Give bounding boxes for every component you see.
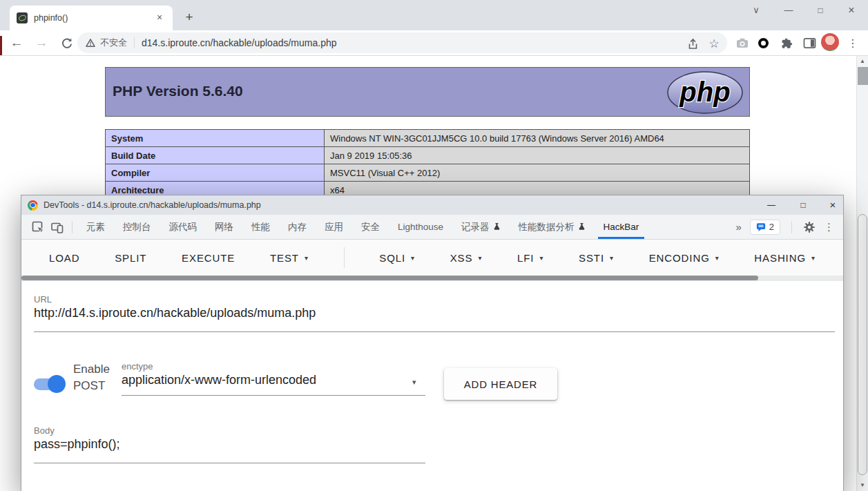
ring-extension-icon[interactable] — [754, 34, 772, 52]
tab-security[interactable]: 安全 — [352, 215, 389, 239]
share-icon[interactable] — [684, 35, 701, 52]
php-version-header: PHP Version 5.6.40 php — [105, 67, 750, 117]
dropdown-caret-icon: ▾ — [715, 254, 720, 262]
enctype-select-value[interactable]: application/x-www-form-urlencoded — [122, 373, 316, 387]
devtools-window: DevTools - d14.s.iproute.cn/hackable/upl… — [21, 195, 844, 491]
device-toolbar-icon[interactable] — [48, 218, 67, 237]
hackbar-horizontal-scrollbar[interactable] — [21, 276, 843, 281]
info-label: Compiler — [106, 164, 325, 182]
body-field-value[interactable]: pass=phpinfo(); — [34, 437, 120, 452]
php-info-table: System Windows NT WIN-3GC01JJM5CG 10.0 b… — [105, 129, 750, 199]
scroll-down-icon[interactable]: ▼ — [857, 480, 868, 491]
hackbar-lfi-menu[interactable]: LFI▾ — [517, 252, 543, 264]
browser-tab-strip: phpinfo() × + ∨ — □ × — [0, 0, 868, 30]
add-header-button[interactable]: ADD HEADER — [444, 368, 557, 400]
window-minimize-button[interactable]: — — [777, 1, 800, 19]
scrollbar-thumb[interactable] — [858, 67, 868, 85]
hackbar-execute-button[interactable]: EXECUTE — [182, 252, 235, 264]
scroll-up-icon[interactable]: ▲ — [857, 56, 868, 67]
security-label: 不安全 — [100, 37, 127, 49]
enable-post-label: Enable POST — [73, 361, 110, 394]
screenshot-extension-icon[interactable] — [733, 34, 751, 52]
info-value: Windows NT WIN-3GC01JJM5CG 10.0 build 17… — [325, 130, 750, 147]
browser-menu-icon[interactable]: ⋮ — [844, 34, 862, 52]
forward-icon[interactable]: → — [32, 33, 51, 52]
hackbar-load-button[interactable]: LOAD — [49, 252, 79, 264]
page-favicon — [17, 12, 28, 23]
devtools-tab-bar: 元素 控制台 源代码 网络 性能 内存 应用 安全 Lighthouse 记录器… — [21, 215, 843, 240]
browser-toolbar: ← → 不安全 d14.s.iproute.cn/hackable/upload… — [0, 30, 868, 56]
devtools-minimize-button[interactable]: — — [758, 195, 785, 215]
reload-icon[interactable] — [57, 33, 76, 52]
enctype-label: enctype — [122, 361, 153, 372]
scrollbar-lower-thumb[interactable] — [858, 214, 867, 475]
omnibox-divider — [134, 37, 135, 48]
messages-icon — [756, 222, 766, 232]
body-field-underline — [34, 463, 425, 463]
issues-count: 2 — [769, 222, 774, 232]
url-field-value[interactable]: http://d14.s.iproute.cn/hackable/uploads… — [34, 306, 316, 320]
extensions-puzzle-icon[interactable] — [778, 34, 795, 52]
browser-tab[interactable]: phpinfo() × — [10, 6, 173, 30]
hackbar-ssti-menu[interactable]: SSTI▾ — [579, 252, 614, 264]
hackbar-hashing-menu[interactable]: HASHING▾ — [754, 252, 816, 264]
tab-recorder[interactable]: 记录器 — [452, 215, 510, 239]
inspect-element-icon[interactable] — [28, 218, 48, 237]
info-label: Build Date — [106, 147, 325, 164]
tab-console[interactable]: 控制台 — [114, 215, 160, 239]
devtools-settings-gear-icon[interactable] — [803, 221, 816, 233]
hackbar-form: URL http://d14.s.iproute.cn/hackable/upl… — [21, 281, 843, 488]
experiment-flask-icon — [578, 222, 586, 231]
toolbar-divider — [344, 247, 345, 268]
security-chip[interactable]: 不安全 — [86, 37, 127, 49]
hackbar-encoding-menu[interactable]: ENCODING▾ — [649, 252, 720, 264]
new-tab-button[interactable]: + — [180, 8, 199, 28]
tab-memory[interactable]: 内存 — [279, 215, 316, 239]
bookmark-star-icon[interactable]: ☆ — [706, 35, 722, 52]
devtools-maximize-button[interactable]: □ — [789, 195, 817, 215]
enctype-dropdown-icon[interactable]: ▾ — [412, 378, 416, 387]
tab-hackbar[interactable]: HackBar — [595, 215, 648, 239]
tab-lighthouse[interactable]: Lighthouse — [389, 215, 452, 239]
hackbar-toolbar: LOAD SPLIT EXECUTE TEST▾ SQLI▾ XSS▾ LFI▾… — [21, 240, 843, 276]
back-icon[interactable]: ← — [7, 33, 26, 52]
window-close-button[interactable]: × — [840, 1, 863, 19]
profile-avatar[interactable] — [821, 33, 839, 51]
dropdown-caret-icon: ▾ — [811, 254, 816, 262]
address-url[interactable]: d14.s.iproute.cn/hackable/uploads/muma.p… — [142, 37, 337, 48]
svg-text:php: php — [679, 77, 730, 107]
url-field-underline — [34, 331, 835, 332]
hackbar-sqli-menu[interactable]: SQLI▾ — [379, 252, 415, 264]
more-tabs-icon[interactable]: » — [733, 221, 743, 233]
hackbar-split-button[interactable]: SPLIT — [115, 252, 146, 264]
php-logo: php — [666, 70, 744, 117]
tabbar-separator — [791, 221, 792, 233]
chrome-logo-icon — [28, 200, 38, 211]
window-maximize-button[interactable]: □ — [809, 1, 832, 19]
body-field-label: Body — [34, 425, 55, 436]
tab-search-icon[interactable]: ∨ — [744, 1, 768, 19]
hackbar-test-menu[interactable]: TEST▾ — [270, 252, 309, 264]
devtools-title-bar[interactable]: DevTools - d14.s.iproute.cn/hackable/upl… — [21, 195, 843, 215]
tab-performance[interactable]: 性能 — [242, 215, 279, 239]
devtools-menu-icon[interactable]: ⋮ — [822, 221, 836, 233]
address-bar[interactable]: 不安全 d14.s.iproute.cn/hackable/uploads/mu… — [77, 32, 727, 53]
enable-post-toggle-knob[interactable] — [48, 375, 66, 393]
tab-close-icon[interactable]: × — [153, 12, 166, 24]
issues-badge[interactable]: 2 — [750, 220, 780, 235]
devtools-window-title: DevTools - d14.s.iproute.cn/hackable/upl… — [44, 200, 261, 210]
devtools-close-button[interactable]: × — [819, 195, 847, 215]
tab-title: phpinfo() — [34, 13, 153, 23]
tab-sources[interactable]: 源代码 — [160, 215, 206, 239]
dropdown-caret-icon: ▾ — [610, 254, 614, 262]
hackbar-xss-menu[interactable]: XSS▾ — [450, 252, 483, 264]
tab-elements[interactable]: 元素 — [77, 215, 114, 239]
info-label: System — [106, 130, 325, 147]
tab-network[interactable]: 网络 — [206, 215, 242, 239]
side-panel-icon[interactable] — [800, 34, 818, 52]
page-scrollbar[interactable]: ▲ ▼ — [856, 56, 868, 491]
tab-performance-insights[interactable]: 性能数据分析 — [510, 215, 595, 239]
tab-application[interactable]: 应用 — [316, 215, 352, 239]
horizontal-scrollbar-thumb[interactable] — [21, 276, 758, 280]
url-field-label: URL — [34, 294, 52, 305]
